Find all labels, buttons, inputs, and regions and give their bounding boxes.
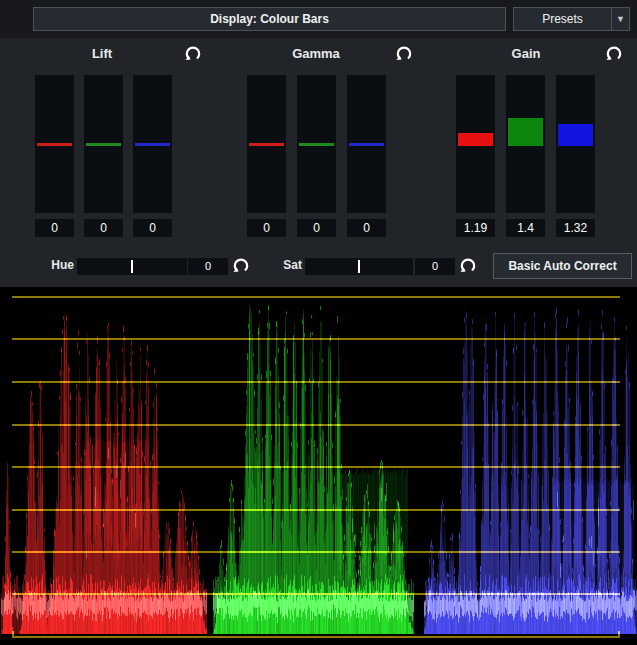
- colour-correction-panel: Display: Colour Bars Presets ▼ Lift Gamm…: [0, 0, 637, 645]
- sat-label: Sat: [272, 258, 302, 274]
- hue-label: Hue: [40, 258, 74, 274]
- display-source-button[interactable]: Display: Colour Bars: [33, 7, 506, 31]
- lift-blue-handle[interactable]: [135, 143, 170, 146]
- gamma-green-handle[interactable]: [299, 143, 334, 146]
- gain-red-slider[interactable]: [456, 75, 495, 213]
- lift-red-value[interactable]: 0: [35, 219, 74, 237]
- lift-blue-value[interactable]: 0: [133, 219, 172, 237]
- sat-value[interactable]: 0: [415, 258, 455, 275]
- presets-button[interactable]: Presets ▼: [513, 7, 630, 31]
- gamma-blue-slider[interactable]: [347, 75, 386, 213]
- basic-auto-correct-button[interactable]: Basic Auto Correct: [493, 253, 632, 279]
- gamma-reset-icon[interactable]: [395, 44, 413, 62]
- top-bar: Display: Colour Bars Presets ▼: [0, 0, 637, 38]
- sat-reset-icon[interactable]: [459, 256, 477, 274]
- lift-green-slider[interactable]: [84, 75, 123, 213]
- gamma-section-label: Gamma: [266, 46, 366, 62]
- lift-red-slider[interactable]: [35, 75, 74, 213]
- lift-blue-slider[interactable]: [133, 75, 172, 213]
- sat-slider[interactable]: [305, 258, 413, 275]
- sat-slider-handle[interactable]: [358, 260, 360, 273]
- hue-slider-handle[interactable]: [131, 260, 133, 273]
- gain-blue-slider[interactable]: [556, 75, 595, 213]
- gain-green-handle[interactable]: [508, 118, 543, 146]
- lift-green-handle[interactable]: [86, 143, 121, 146]
- controls-panel: Display: Colour Bars Presets ▼ Lift Gamm…: [0, 0, 637, 287]
- waveform-canvas: [0, 287, 637, 645]
- gamma-blue-handle[interactable]: [349, 143, 384, 146]
- gamma-red-slider[interactable]: [247, 75, 286, 213]
- chevron-down-icon[interactable]: ▼: [611, 8, 629, 30]
- hue-slider[interactable]: [77, 258, 187, 275]
- gamma-green-slider[interactable]: [297, 75, 336, 213]
- gain-blue-handle[interactable]: [558, 124, 593, 146]
- lift-green-value[interactable]: 0: [84, 219, 123, 237]
- gamma-red-value[interactable]: 0: [247, 219, 286, 237]
- gamma-green-value[interactable]: 0: [297, 219, 336, 237]
- lift-reset-icon[interactable]: [184, 44, 202, 62]
- hue-value[interactable]: 0: [188, 258, 228, 275]
- lift-section-label: Lift: [52, 46, 152, 62]
- presets-button-label[interactable]: Presets: [514, 8, 611, 30]
- lift-red-handle[interactable]: [37, 143, 72, 146]
- gain-section-label: Gain: [476, 46, 576, 62]
- gain-blue-value[interactable]: 1.32: [556, 219, 595, 237]
- hue-reset-icon[interactable]: [232, 256, 250, 274]
- gain-reset-icon[interactable]: [605, 44, 623, 62]
- gain-red-value[interactable]: 1.19: [456, 219, 495, 237]
- gain-red-handle[interactable]: [458, 133, 493, 146]
- gain-green-slider[interactable]: [506, 75, 545, 213]
- gain-green-value[interactable]: 1.4: [506, 219, 545, 237]
- gamma-red-handle[interactable]: [249, 143, 284, 146]
- gamma-blue-value[interactable]: 0: [347, 219, 386, 237]
